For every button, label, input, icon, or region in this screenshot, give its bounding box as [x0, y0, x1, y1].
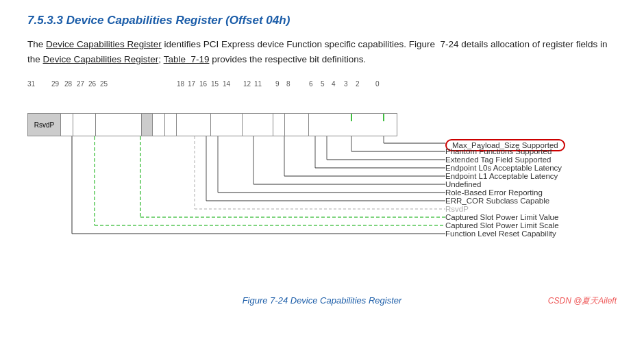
bit-14: 14: [223, 80, 230, 88]
cell-rsvdp: RsvdP: [28, 114, 61, 136]
bit-6: 6: [309, 80, 313, 88]
bit-26: 26: [88, 80, 96, 88]
label-err-cor: ERR_COR Subclass Capable: [445, 197, 549, 205]
bit-17: 17: [188, 80, 195, 88]
bit-2: 2: [356, 80, 360, 88]
bit-25: 25: [100, 80, 108, 88]
cell-16: [153, 114, 165, 136]
label-endpoint-l0s: Endpoint L0s Acceptable Latency: [445, 164, 562, 172]
label-function-level: Function Level Reset Capability: [445, 230, 556, 238]
bit-3: 3: [344, 80, 348, 88]
bit-18: 18: [177, 80, 184, 88]
bit-11: 11: [254, 80, 262, 88]
cell-14-12: [177, 114, 211, 136]
label-extended-tag: Extended Tag Field Supported: [445, 156, 552, 164]
cell-28: [61, 114, 73, 136]
label-captured-slot-value: Captured Slot Power Limit Value: [445, 213, 558, 221]
bit-0: 0: [375, 80, 380, 88]
bit-labels: 31 29 28 27 26 25 18 17 16 15 14 12 11 9…: [27, 80, 617, 92]
cell-25-18: [96, 114, 142, 136]
bit-12: 12: [243, 80, 251, 88]
page-wrapper: 7.5.3.3 Device Capabilities Register (Of…: [27, 14, 617, 306]
bit-27: 27: [77, 80, 84, 88]
label-phantom: Phantom Functions Supported: [445, 147, 552, 156]
bit-9: 9: [275, 80, 280, 88]
register-bar: RsvdP: [27, 113, 397, 136]
diagram-svg: [27, 80, 617, 293]
figure-caption: Figure 7-24 Device Capabilities Register…: [27, 295, 617, 306]
section-title: 7.5.3.3 Device Capabilities Register (Of…: [27, 14, 617, 27]
cell-11-9: [211, 114, 243, 136]
cell-17: [142, 114, 153, 136]
label-undefined: Undefined: [445, 180, 481, 188]
cell-8-6: [243, 114, 273, 136]
label-rsvdp-2: RsvdP: [445, 205, 469, 213]
diagram-container: 31 29 28 27 26 25 18 17 16 15 14 12 11 9…: [27, 80, 617, 293]
cell-2-0: [309, 114, 333, 136]
description: The Device Capabilities Register identif…: [27, 37, 617, 66]
bit-16: 16: [199, 80, 207, 88]
cell-5: [273, 114, 285, 136]
label-endpoint-l1: Endpoint L1 Acceptable Latency: [445, 172, 558, 180]
cell-27-26: [73, 114, 96, 136]
label-captured-slot-scale: Captured Slot Power Limit Scale: [445, 221, 559, 230]
bit-8: 8: [286, 80, 290, 88]
bit-4: 4: [332, 80, 336, 88]
watermark: CSDN @夏天Aileft: [548, 295, 617, 307]
bit-5: 5: [321, 80, 325, 88]
bit-29: 29: [51, 80, 59, 88]
cell-4-3: [285, 114, 309, 136]
bit-31: 31: [27, 80, 35, 88]
cell-15: [165, 114, 177, 136]
bit-28: 28: [64, 80, 72, 88]
bit-15: 15: [211, 80, 219, 88]
label-role-based: Role-Based Error Reporting: [445, 188, 543, 197]
